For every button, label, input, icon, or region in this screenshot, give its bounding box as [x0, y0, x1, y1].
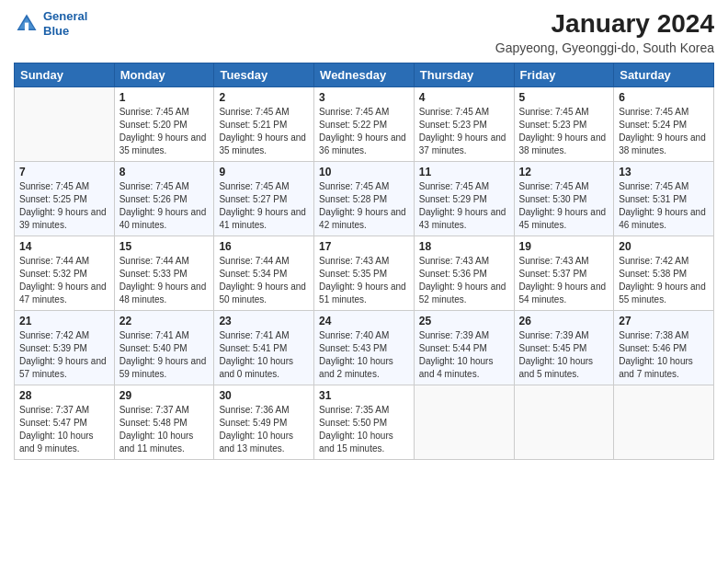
day-info: Sunrise: 7:42 AMSunset: 5:39 PMDaylight:…: [19, 329, 109, 381]
calendar-cell: [15, 87, 115, 162]
day-info: Sunrise: 7:41 AMSunset: 5:40 PMDaylight:…: [119, 329, 210, 381]
weekday-header: Thursday: [414, 63, 514, 87]
day-info: Sunrise: 7:39 AMSunset: 5:45 PMDaylight:…: [519, 329, 609, 381]
day-number: 25: [419, 315, 509, 327]
calendar-cell: 7Sunrise: 7:45 AMSunset: 5:25 PMDaylight…: [15, 162, 115, 236]
calendar-cell: 6Sunrise: 7:45 AMSunset: 5:24 PMDaylight…: [614, 87, 714, 162]
weekday-header: Tuesday: [214, 63, 314, 87]
day-info: Sunrise: 7:44 AMSunset: 5:34 PMDaylight:…: [219, 255, 309, 306]
logo-text: General Blue: [43, 9, 87, 38]
day-number: 23: [219, 315, 309, 327]
day-info: Sunrise: 7:40 AMSunset: 5:43 PMDaylight:…: [319, 329, 409, 381]
calendar-header: SundayMondayTuesdayWednesdayThursdayFrid…: [15, 63, 714, 87]
calendar-cell: 17Sunrise: 7:43 AMSunset: 5:35 PMDayligh…: [314, 236, 415, 311]
day-number: 24: [319, 315, 409, 327]
day-info: Sunrise: 7:41 AMSunset: 5:41 PMDaylight:…: [219, 329, 309, 381]
calendar-cell: 20Sunrise: 7:42 AMSunset: 5:38 PMDayligh…: [614, 236, 714, 311]
day-info: Sunrise: 7:45 AMSunset: 5:26 PMDaylight:…: [119, 180, 210, 232]
day-number: 2: [219, 91, 309, 104]
calendar-cell: 24Sunrise: 7:40 AMSunset: 5:43 PMDayligh…: [314, 311, 415, 385]
day-info: Sunrise: 7:39 AMSunset: 5:44 PMDaylight:…: [419, 329, 509, 381]
day-number: 12: [519, 166, 609, 178]
calendar-cell: 28Sunrise: 7:37 AMSunset: 5:47 PMDayligh…: [15, 385, 115, 460]
day-info: Sunrise: 7:38 AMSunset: 5:46 PMDaylight:…: [619, 329, 709, 381]
day-info: Sunrise: 7:43 AMSunset: 5:36 PMDaylight:…: [419, 255, 509, 306]
day-number: 22: [119, 315, 210, 327]
day-number: 5: [519, 91, 609, 104]
day-info: Sunrise: 7:36 AMSunset: 5:49 PMDaylight:…: [219, 404, 309, 455]
day-info: Sunrise: 7:42 AMSunset: 5:38 PMDaylight:…: [619, 255, 709, 306]
calendar-table: SundayMondayTuesdayWednesdayThursdayFrid…: [14, 63, 714, 460]
day-number: 18: [419, 240, 509, 253]
day-info: Sunrise: 7:45 AMSunset: 5:29 PMDaylight:…: [419, 180, 509, 232]
day-info: Sunrise: 7:37 AMSunset: 5:47 PMDaylight:…: [19, 404, 109, 455]
calendar-cell: 23Sunrise: 7:41 AMSunset: 5:41 PMDayligh…: [214, 311, 314, 385]
calendar-cell: 15Sunrise: 7:44 AMSunset: 5:33 PMDayligh…: [114, 236, 214, 311]
logo: General Blue: [14, 9, 87, 38]
day-info: Sunrise: 7:45 AMSunset: 5:23 PMDaylight:…: [519, 106, 609, 157]
day-info: Sunrise: 7:43 AMSunset: 5:37 PMDaylight:…: [519, 255, 609, 306]
calendar-cell: 27Sunrise: 7:38 AMSunset: 5:46 PMDayligh…: [614, 311, 714, 385]
calendar-cell: [514, 385, 614, 460]
calendar-cell: 31Sunrise: 7:35 AMSunset: 5:50 PMDayligh…: [314, 385, 415, 460]
day-number: 31: [319, 389, 409, 402]
calendar-cell: 3Sunrise: 7:45 AMSunset: 5:22 PMDaylight…: [314, 87, 415, 162]
day-number: 17: [319, 240, 409, 253]
day-number: 6: [619, 91, 709, 104]
calendar-body: 1Sunrise: 7:45 AMSunset: 5:20 PMDaylight…: [15, 87, 714, 460]
day-number: 19: [519, 240, 609, 253]
day-number: 28: [19, 389, 109, 402]
calendar-week-row: 21Sunrise: 7:42 AMSunset: 5:39 PMDayligh…: [15, 311, 714, 385]
day-number: 16: [219, 240, 309, 253]
calendar-cell: 1Sunrise: 7:45 AMSunset: 5:20 PMDaylight…: [114, 87, 214, 162]
calendar-week-row: 1Sunrise: 7:45 AMSunset: 5:20 PMDaylight…: [15, 87, 714, 162]
day-info: Sunrise: 7:45 AMSunset: 5:27 PMDaylight:…: [219, 180, 309, 232]
calendar-cell: 10Sunrise: 7:45 AMSunset: 5:28 PMDayligh…: [314, 162, 415, 236]
weekday-header: Wednesday: [314, 63, 415, 87]
day-number: 14: [19, 240, 109, 253]
day-info: Sunrise: 7:37 AMSunset: 5:48 PMDaylight:…: [119, 404, 210, 455]
day-number: 9: [219, 166, 309, 178]
calendar-cell: 4Sunrise: 7:45 AMSunset: 5:23 PMDaylight…: [414, 87, 514, 162]
day-info: Sunrise: 7:45 AMSunset: 5:21 PMDaylight:…: [219, 106, 309, 157]
day-number: 29: [119, 389, 210, 402]
calendar-cell: 29Sunrise: 7:37 AMSunset: 5:48 PMDayligh…: [114, 385, 214, 460]
day-number: 15: [119, 240, 210, 253]
logo-icon: [14, 11, 40, 37]
day-info: Sunrise: 7:45 AMSunset: 5:31 PMDaylight:…: [619, 180, 709, 232]
calendar-cell: 26Sunrise: 7:39 AMSunset: 5:45 PMDayligh…: [514, 311, 614, 385]
calendar-cell: 11Sunrise: 7:45 AMSunset: 5:29 PMDayligh…: [414, 162, 514, 236]
page: General Blue January 2024 Gapyeong, Gyeo…: [0, 0, 728, 563]
calendar-cell: 30Sunrise: 7:36 AMSunset: 5:49 PMDayligh…: [214, 385, 314, 460]
calendar-week-row: 7Sunrise: 7:45 AMSunset: 5:25 PMDaylight…: [15, 162, 714, 236]
day-number: 3: [319, 91, 409, 104]
calendar-cell: 9Sunrise: 7:45 AMSunset: 5:27 PMDaylight…: [214, 162, 314, 236]
day-info: Sunrise: 7:45 AMSunset: 5:23 PMDaylight:…: [419, 106, 509, 157]
calendar-cell: 19Sunrise: 7:43 AMSunset: 5:37 PMDayligh…: [514, 236, 614, 311]
day-info: Sunrise: 7:35 AMSunset: 5:50 PMDaylight:…: [319, 404, 409, 455]
calendar-cell: [614, 385, 714, 460]
calendar-cell: 2Sunrise: 7:45 AMSunset: 5:21 PMDaylight…: [214, 87, 314, 162]
day-number: 13: [619, 166, 709, 178]
calendar-cell: 5Sunrise: 7:45 AMSunset: 5:23 PMDaylight…: [514, 87, 614, 162]
day-number: 10: [319, 166, 409, 178]
day-number: 4: [419, 91, 509, 104]
day-number: 7: [19, 166, 109, 178]
weekday-header: Saturday: [614, 63, 714, 87]
calendar-week-row: 14Sunrise: 7:44 AMSunset: 5:32 PMDayligh…: [15, 236, 714, 311]
weekday-header: Friday: [514, 63, 614, 87]
day-info: Sunrise: 7:43 AMSunset: 5:35 PMDaylight:…: [319, 255, 409, 306]
calendar-cell: 12Sunrise: 7:45 AMSunset: 5:30 PMDayligh…: [514, 162, 614, 236]
calendar-week-row: 28Sunrise: 7:37 AMSunset: 5:47 PMDayligh…: [15, 385, 714, 460]
subtitle: Gapyeong, Gyeonggi-do, South Korea: [495, 40, 714, 55]
day-number: 27: [619, 315, 709, 327]
day-number: 26: [519, 315, 609, 327]
svg-rect-2: [25, 22, 28, 29]
day-info: Sunrise: 7:45 AMSunset: 5:24 PMDaylight:…: [619, 106, 709, 157]
calendar-cell: 14Sunrise: 7:44 AMSunset: 5:32 PMDayligh…: [15, 236, 115, 311]
weekday-header: Sunday: [15, 63, 115, 87]
header: General Blue January 2024 Gapyeong, Gyeo…: [14, 9, 714, 55]
day-info: Sunrise: 7:45 AMSunset: 5:30 PMDaylight:…: [519, 180, 609, 232]
day-number: 30: [219, 389, 309, 402]
day-info: Sunrise: 7:45 AMSunset: 5:28 PMDaylight:…: [319, 180, 409, 232]
